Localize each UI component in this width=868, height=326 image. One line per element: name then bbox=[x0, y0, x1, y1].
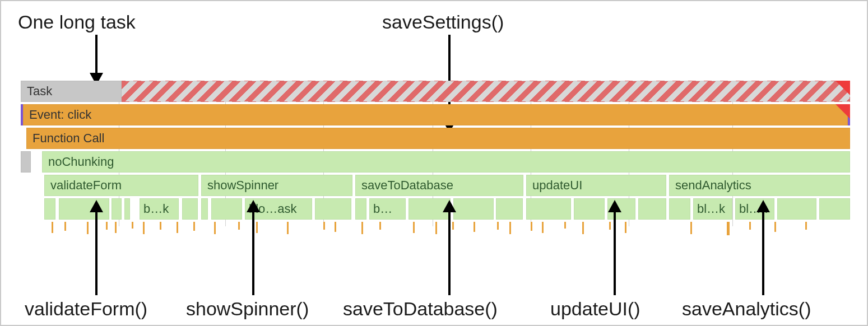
tick bbox=[805, 222, 807, 230]
row-children: validateForm showSpinner saveToDatabase … bbox=[21, 175, 850, 196]
tick bbox=[143, 222, 145, 234]
tick bbox=[132, 222, 133, 229]
row-ticks bbox=[21, 222, 850, 239]
grey-sliver bbox=[21, 151, 31, 173]
tick bbox=[435, 222, 437, 234]
svg-marker-4 bbox=[90, 200, 103, 212]
block-b1: b…k bbox=[140, 198, 179, 220]
block-frag bbox=[124, 198, 130, 220]
tick bbox=[749, 222, 751, 230]
tick bbox=[287, 222, 289, 234]
block-b4: bl…k bbox=[693, 198, 732, 220]
event-long-triangle-icon bbox=[835, 104, 850, 119]
block-frag bbox=[112, 198, 122, 220]
tick bbox=[335, 222, 336, 232]
tick bbox=[413, 222, 415, 233]
tick bbox=[361, 222, 363, 234]
child-validateform: validateForm bbox=[44, 175, 198, 196]
block-frag bbox=[211, 198, 242, 220]
block-frag bbox=[315, 198, 351, 220]
tick bbox=[497, 222, 499, 230]
annotation-one-long-task: One long task bbox=[18, 11, 136, 33]
block-frag bbox=[182, 198, 198, 220]
arrow-down-icon bbox=[85, 35, 108, 88]
svg-marker-8 bbox=[443, 200, 456, 212]
tick bbox=[52, 222, 53, 233]
tick bbox=[509, 222, 511, 234]
tick bbox=[177, 222, 178, 233]
tick bbox=[727, 222, 730, 235]
block-frag bbox=[777, 198, 816, 220]
block-frag bbox=[526, 198, 571, 220]
block-frag bbox=[201, 198, 208, 220]
tick bbox=[214, 222, 216, 234]
row-event-click: Event: click bbox=[21, 104, 850, 125]
function-call-bar: Function Call bbox=[26, 128, 850, 149]
event-click-bar: Event: click bbox=[23, 104, 848, 125]
tick bbox=[690, 222, 692, 234]
annotation-saveanalytics: saveAnalytics() bbox=[682, 298, 811, 320]
block-frag bbox=[638, 198, 666, 220]
arrow-up-icon bbox=[85, 200, 108, 295]
arrow-up-icon bbox=[752, 200, 774, 295]
arrow-up-icon bbox=[438, 200, 461, 295]
tick bbox=[474, 222, 475, 232]
block-frag bbox=[669, 198, 690, 220]
block-frag bbox=[44, 198, 55, 220]
annotation-save-settings: saveSettings() bbox=[382, 11, 504, 33]
tick bbox=[193, 222, 195, 231]
child-updateui: updateUI bbox=[526, 175, 666, 196]
flame-chart: Task Event: click Function Call noChunki… bbox=[21, 81, 850, 239]
tick bbox=[582, 222, 584, 234]
child-showspinner: showSpinner bbox=[201, 175, 352, 196]
block-b3: b… bbox=[369, 198, 406, 220]
annotation-savetodatabase: saveToDatabase() bbox=[343, 298, 498, 320]
annotation-showspinner: showSpinner() bbox=[186, 298, 309, 320]
block-frag bbox=[496, 198, 523, 220]
row-function-call: Function Call bbox=[21, 128, 850, 149]
row-task: Task bbox=[21, 81, 850, 102]
tick bbox=[542, 222, 544, 233]
task-bar-long bbox=[122, 81, 850, 102]
task-bar-short: Task bbox=[21, 81, 122, 102]
tick bbox=[323, 222, 325, 230]
arrow-up-icon bbox=[604, 200, 626, 295]
diagram-frame: One long task saveSettings() Task Event:… bbox=[0, 0, 868, 326]
block-frag bbox=[819, 198, 850, 220]
child-savetodatabase: saveToDatabase bbox=[355, 175, 523, 196]
tick bbox=[64, 222, 66, 231]
svg-marker-12 bbox=[756, 200, 770, 212]
tick bbox=[564, 222, 566, 229]
tick bbox=[115, 222, 117, 233]
svg-marker-6 bbox=[247, 200, 260, 212]
row-blocks: b…k blo…ask b… bl…k bl…k bbox=[21, 198, 850, 220]
tick bbox=[238, 222, 240, 230]
long-task-triangle-icon bbox=[835, 81, 850, 95]
tick bbox=[774, 222, 776, 232]
arrow-up-icon bbox=[242, 200, 264, 295]
block-frag bbox=[355, 198, 366, 220]
row-nochunking: noChunking bbox=[21, 151, 850, 173]
tick bbox=[160, 222, 161, 230]
child-sendanalytics: sendAnalytics bbox=[669, 175, 850, 196]
tick bbox=[379, 222, 381, 230]
tick bbox=[531, 222, 532, 231]
svg-marker-10 bbox=[608, 200, 621, 212]
annotation-validateform: validateForm() bbox=[25, 298, 147, 320]
annotation-updateui: updateUI() bbox=[550, 298, 640, 320]
nochunking-bar: noChunking bbox=[42, 151, 850, 173]
block-frag bbox=[574, 198, 605, 220]
